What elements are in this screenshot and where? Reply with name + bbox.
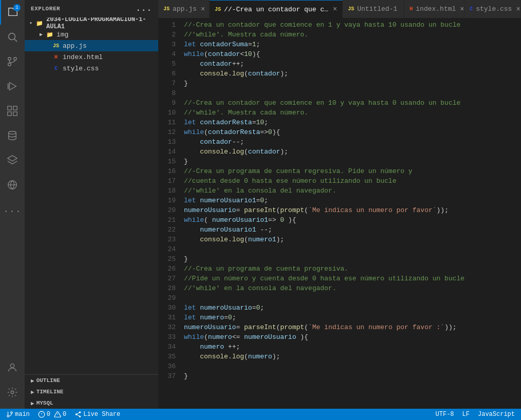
- sidebar-item-indexhtml[interactable]: H index.html: [25, 51, 158, 63]
- activity-bar-database[interactable]: [0, 123, 25, 148]
- spacer-icon2: [43, 53, 51, 61]
- table-row: 6 console.log(contador);: [158, 69, 521, 79]
- line-content[interactable]: console.log(numero);: [184, 352, 521, 361]
- activity-bar-account[interactable]: [0, 355, 25, 380]
- line-content[interactable]: let contadorResta=10;: [184, 118, 521, 127]
- status-errors[interactable]: 0 0: [36, 409, 68, 420]
- line-content[interactable]: //-Crea un contador que comience en 10 y…: [184, 98, 521, 108]
- tab-close-1[interactable]: ×: [201, 6, 205, 13]
- line-content[interactable]: //'while' en la consola del navegador.: [184, 186, 521, 196]
- error-icon: [38, 411, 45, 418]
- line-content[interactable]: let numero=0;: [184, 313, 521, 322]
- line-content[interactable]: let numeroUsuario=0;: [184, 303, 521, 313]
- sidebar-section-mysql[interactable]: ▶ MYSQL: [25, 397, 158, 409]
- table-row: 2//'while'. Muestra cada número.: [158, 30, 521, 40]
- line-content[interactable]: //'while'. Muestra cada número.: [184, 30, 521, 40]
- root-folder-label: 2034-LOGICA-PROGRAMACION-1-AULA1: [46, 17, 158, 30]
- line-number: 19: [158, 196, 184, 205]
- tab-appjs-prev[interactable]: JS app.js ×: [158, 0, 210, 18]
- line-content[interactable]: while(numero<= numeroUsuario ){: [184, 332, 521, 342]
- table-row: 17//cuenta desde 0 hasta ese número util…: [158, 176, 521, 186]
- svg-marker-13: [8, 156, 17, 161]
- line-content[interactable]: }: [184, 371, 521, 381]
- line-content[interactable]: numeroUsuario1 --;: [184, 225, 521, 235]
- line-content[interactable]: //-Crea un programa de cuenta regresiva.…: [184, 166, 521, 176]
- line-content[interactable]: //Pide un número y cuenta desde 0 hasta …: [184, 274, 521, 283]
- line-content[interactable]: }: [184, 254, 521, 264]
- line-content[interactable]: //-Crea un contador que comience en 1 y …: [184, 20, 521, 30]
- line-content[interactable]: while( numeroUsuario1=> 0 ){: [184, 215, 521, 225]
- sidebar-root-folder[interactable]: ▾ 📁 2034-LOGICA-PROGRAMACION-1-AULA1: [25, 17, 158, 29]
- activity-bar-settings[interactable]: [0, 380, 25, 405]
- activity-bar-extensions[interactable]: [0, 99, 25, 123]
- line-content[interactable]: contador--;: [184, 137, 521, 147]
- status-encoding[interactable]: UTF-8: [434, 409, 456, 420]
- warning-icon: [54, 411, 61, 418]
- mysql-chevron-icon: ▶: [31, 400, 34, 407]
- img-label: img: [57, 31, 68, 39]
- chevron-right-icon: ▶: [37, 30, 45, 39]
- line-content[interactable]: [184, 361, 521, 371]
- line-content[interactable]: while(contador<10){: [184, 49, 521, 59]
- table-row: 36: [158, 361, 521, 371]
- line-content[interactable]: console.log(numero1);: [184, 235, 521, 244]
- line-number: 14: [158, 147, 184, 157]
- line-content[interactable]: //cuenta desde 0 hasta ese número utiliz…: [184, 176, 521, 186]
- line-content[interactable]: //-Crea un programa de cuenta progresiva…: [184, 264, 521, 274]
- line-number: 37: [158, 371, 184, 381]
- table-row: 35 console.log(numero);: [158, 352, 521, 361]
- sidebar-item-stylecss[interactable]: C style.css: [25, 63, 158, 74]
- status-git-branch[interactable]: main: [4, 409, 32, 420]
- spacer-icon: [43, 42, 51, 50]
- status-live-share[interactable]: Live Share: [72, 409, 122, 420]
- activity-bar-more[interactable]: ···: [0, 199, 25, 224]
- line-content[interactable]: contador++;: [184, 59, 521, 69]
- tab-close-2[interactable]: ×: [333, 6, 337, 13]
- line-content[interactable]: let numeroUsuario1=0;: [184, 196, 521, 205]
- line-content[interactable]: numero ++;: [184, 342, 521, 352]
- line-content[interactable]: }: [184, 157, 521, 166]
- tab-appjs-prev-label: app.js: [173, 5, 197, 13]
- svg-rect-10: [8, 112, 11, 116]
- activity-bar-layers[interactable]: [0, 148, 25, 173]
- line-content[interactable]: while(contadorResta=>0){: [184, 127, 521, 137]
- sidebar-item-appjs[interactable]: JS app.js: [25, 40, 158, 51]
- svg-point-2: [8, 58, 11, 61]
- line-content[interactable]: [184, 244, 521, 254]
- line-content[interactable]: }: [184, 79, 521, 88]
- line-content[interactable]: numeroUsuario= parseInt(prompt(`Me indic…: [184, 205, 521, 215]
- activity-bar-run[interactable]: [0, 74, 25, 99]
- line-number: 35: [158, 352, 184, 361]
- tab-appjs-main[interactable]: JS //-Crea un contador que comience en 1…: [210, 0, 343, 18]
- tab-close-4[interactable]: ×: [516, 6, 520, 13]
- activity-bar-source-control[interactable]: [0, 49, 25, 74]
- line-content[interactable]: console.log(contador);: [184, 69, 521, 79]
- language-label: JavaScript: [478, 411, 515, 418]
- line-content[interactable]: [184, 88, 521, 98]
- tab-close-3[interactable]: ×: [460, 6, 464, 13]
- tab-untitled[interactable]: JS Untitled-1: [343, 0, 404, 18]
- activity-bar-search[interactable]: [0, 25, 25, 49]
- sidebar-more-button[interactable]: ...: [136, 4, 152, 13]
- editor-content[interactable]: 1//-Crea un contador que comience en 1 y…: [158, 18, 521, 409]
- line-content[interactable]: //'while'. Muestra cada número.: [184, 108, 521, 118]
- status-language[interactable]: JavaScript: [476, 409, 517, 420]
- line-content[interactable]: numeroUsuario= parseInt(prompt(`Me indic…: [184, 322, 521, 332]
- activity-bar-explorer[interactable]: 1: [0, 0, 25, 25]
- sidebar-section-timeline[interactable]: ▶ TIMELINE: [25, 386, 158, 397]
- status-line-ending[interactable]: LF: [460, 409, 472, 420]
- line-content[interactable]: [184, 293, 521, 303]
- tab-indexhtml[interactable]: H index.html ×: [404, 0, 464, 18]
- error-count: 0: [47, 411, 50, 418]
- sidebar-section-outline[interactable]: ▶ OUTLINE: [25, 375, 158, 386]
- line-content[interactable]: let contadorSuma=1;: [184, 40, 521, 49]
- activity-bar-remote[interactable]: [0, 173, 25, 197]
- sidebar-item-img[interactable]: ▶ 📁 img: [25, 29, 158, 40]
- svg-rect-8: [8, 106, 11, 110]
- line-content[interactable]: //'while' en la consola del navegador.: [184, 283, 521, 293]
- line-number: 29: [158, 293, 184, 303]
- tab-stylecss[interactable]: C style.css ×: [464, 0, 521, 18]
- line-content[interactable]: console.log(contador);: [184, 147, 521, 157]
- code-editor: 1//-Crea un contador que comience en 1 y…: [158, 18, 521, 383]
- line-number: 10: [158, 108, 184, 118]
